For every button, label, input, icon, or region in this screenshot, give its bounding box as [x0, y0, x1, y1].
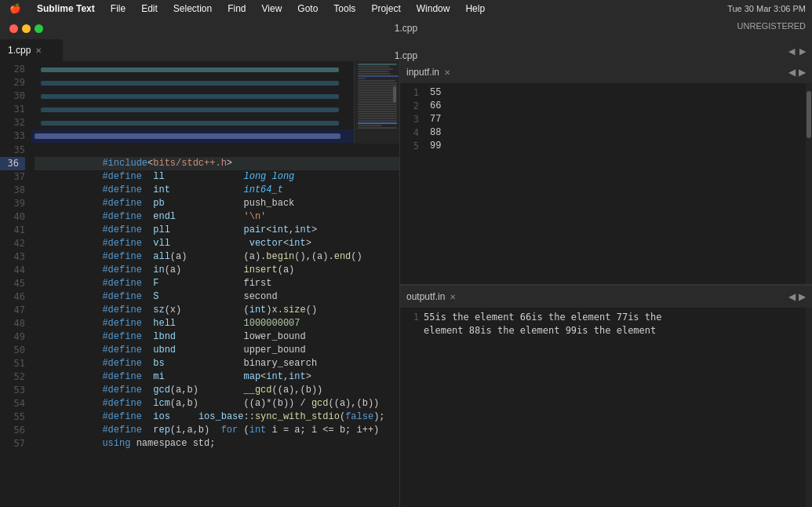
menu-view[interactable]: View: [259, 2, 286, 16]
minimap-area: 28 29 30 31 32 33: [0, 61, 399, 144]
menu-selection[interactable]: Selection: [170, 2, 215, 16]
outputf-close[interactable]: ✕: [450, 293, 456, 301]
menu-project[interactable]: Project: [368, 2, 403, 16]
menu-bar-left: 🍎 Sublime Text File Edit Selection Find …: [6, 2, 488, 16]
window-chrome: 1.cpp UNREGISTERED: [0, 17, 812, 39]
inputf-line-3: 77: [430, 113, 812, 126]
inputf-scroll-right[interactable]: ▶: [799, 67, 806, 78]
code-line-35: #include<bits/stdc++.h>: [35, 144, 399, 157]
menu-tools[interactable]: Tools: [330, 2, 359, 16]
menu-window[interactable]: Window: [413, 2, 453, 16]
scroll-right-icon[interactable]: ▶: [799, 46, 806, 57]
menu-help[interactable]: Help: [462, 2, 488, 16]
minimize-button[interactable]: [22, 24, 31, 33]
outputf-panel: outputf.in ✕ ◀ ▶ 1 55is the element 66is…: [400, 286, 812, 507]
minimap-line-numbers: 28 29 30 31 32 33: [0, 61, 31, 144]
inputf-scrollbar[interactable]: [806, 83, 812, 284]
outputf-content[interactable]: 55is the element 66is the element 77is t…: [424, 311, 812, 507]
outputf-tab-row: outputf.in ✕ ◀ ▶: [400, 286, 812, 308]
code-content[interactable]: #include<bits/stdc++.h> #define ll long …: [31, 144, 399, 507]
inputf-tab[interactable]: inputf.in ✕: [406, 61, 450, 83]
inputf-code-area: 1 2 3 4 5 55 66 77 88 99: [400, 83, 812, 284]
close-button[interactable]: [9, 24, 18, 33]
menu-file[interactable]: File: [107, 2, 129, 16]
inputf-content[interactable]: 55 66 77 88 99: [424, 83, 812, 284]
editor-top-row: 1.cpp ✕ 1.cpp ◀ ▶: [0, 39, 812, 61]
inputf-line-5: 99: [430, 140, 812, 153]
inputf-scrollbar-thumb[interactable]: [807, 91, 811, 138]
inputf-line-4: 88: [430, 126, 812, 140]
inputf-controls: ◀ ▶: [788, 67, 806, 78]
inputf-line-2: 66: [430, 100, 812, 113]
menu-bar-right: Tue 30 Mar 3:06 PM: [727, 0, 806, 17]
tab-1cpp-close[interactable]: ✕: [35, 46, 42, 55]
menu-edit[interactable]: Edit: [138, 2, 161, 16]
outputf-scroll-right[interactable]: ▶: [799, 291, 806, 302]
outputf-content-area: 1 55is the element 66is the element 77is…: [400, 308, 812, 507]
editor-panel: 28 29 30 31 32 33: [0, 61, 400, 507]
right-top-panel: inputf.in ✕ ◀ ▶ 1 2 3 4 5: [400, 61, 812, 285]
inputf-tab-row: inputf.in ✕ ◀ ▶: [400, 61, 812, 83]
outputf-tab[interactable]: outputf.in ✕: [406, 286, 456, 308]
menu-goto[interactable]: Goto: [294, 2, 321, 16]
unregistered-label: UNREGISTERED: [737, 17, 806, 35]
minimap-panel: [354, 61, 399, 144]
inputf-scroll-left[interactable]: ◀: [788, 67, 796, 78]
app-name[interactable]: Sublime Text: [34, 2, 98, 16]
tab-bar-title: 1.cpp: [395, 50, 417, 61]
outputf-scrollbar[interactable]: [806, 308, 812, 507]
inputf-line-1: 55: [430, 86, 812, 100]
tab-1cpp-label: 1.cpp: [8, 45, 31, 56]
window-title: 1.cpp: [395, 23, 417, 34]
main-content: 28 29 30 31 32 33: [0, 61, 812, 507]
maximize-button[interactable]: [35, 24, 43, 33]
minimap-code: [31, 61, 354, 144]
code-area: 35 36 37 38 39 40 41 42 43 44 45 46 47 4…: [0, 144, 399, 507]
clock: Tue 30 Mar 3:06 PM: [727, 4, 806, 13]
tab-1cpp[interactable]: 1.cpp ✕: [0, 39, 63, 61]
tab-scroll-controls: ◀ ▶: [788, 46, 806, 57]
traffic-lights: [9, 24, 43, 33]
outputf-tab-label: outputf.in: [406, 291, 445, 302]
outputf-line-numbers: 1: [400, 311, 424, 507]
line-numbers: 35 36 37 38 39 40 41 42 43 44 45 46 47 4…: [0, 144, 31, 507]
inputf-tab-label: inputf.in: [406, 67, 439, 78]
apple-menu[interactable]: 🍎: [6, 2, 24, 16]
scroll-left-icon[interactable]: ◀: [788, 46, 795, 57]
menu-bar: 🍎 Sublime Text File Edit Selection Find …: [0, 0, 812, 17]
outputf-controls: ◀ ▶: [788, 291, 806, 302]
right-panel: inputf.in ✕ ◀ ▶ 1 2 3 4 5: [400, 61, 812, 507]
menu-find[interactable]: Find: [224, 2, 249, 16]
inputf-line-numbers: 1 2 3 4 5: [400, 83, 424, 284]
app-container: 1.cpp ✕ 1.cpp ◀ ▶ 28 29 30 31: [0, 39, 812, 507]
outputf-scroll-left[interactable]: ◀: [788, 291, 796, 302]
inputf-close[interactable]: ✕: [444, 68, 450, 77]
